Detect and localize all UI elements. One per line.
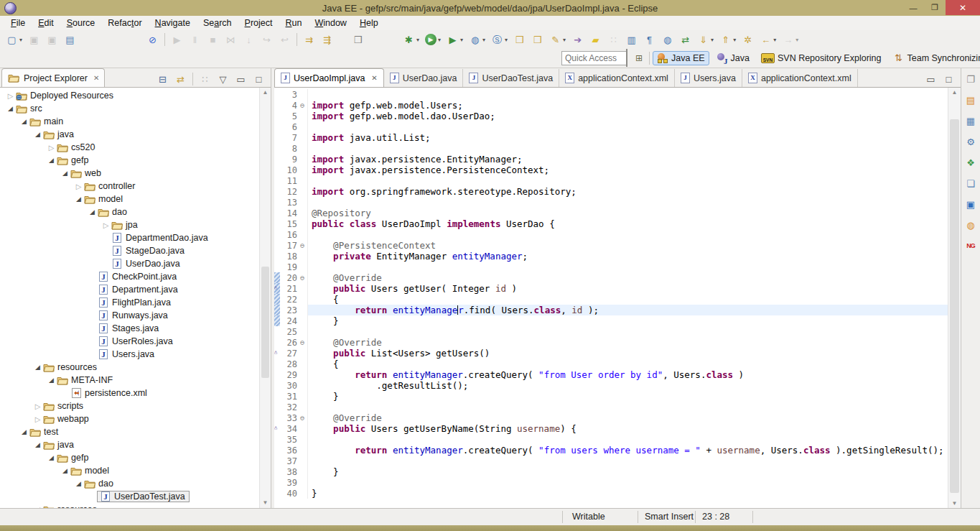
tree-item-cs520[interactable]: ▷cs520	[0, 141, 260, 154]
annotation-column[interactable]	[274, 477, 280, 488]
code-text[interactable]	[307, 143, 948, 154]
menu-edit[interactable]: Edit	[32, 17, 60, 29]
annotation-column[interactable]	[274, 466, 280, 477]
code-text[interactable]: .getResultList();	[307, 380, 948, 391]
code-text[interactable]: import java.util.List;	[307, 132, 948, 143]
editor-tab-applicationcontext-xml[interactable]: XapplicationContext.xml	[559, 69, 675, 87]
editor-tab-userdao-java[interactable]: JUserDao.java	[384, 69, 464, 87]
annotation-column[interactable]	[274, 412, 280, 423]
import-button[interactable]: ❒	[511, 32, 528, 47]
annotation-column[interactable]	[274, 143, 280, 154]
run-button[interactable]: ▶▾	[423, 32, 443, 47]
tree-item-scripts[interactable]: ▷scripts	[0, 400, 260, 412]
save-all-button[interactable]: ▣	[44, 32, 60, 47]
annotation-column[interactable]	[274, 89, 280, 100]
tree-item-test[interactable]: ◢test	[0, 425, 260, 438]
tree-item-java[interactable]: ◢java	[0, 128, 260, 141]
tree-item-webapp[interactable]: ▷webapp	[0, 412, 260, 425]
tree-item-meta-inf[interactable]: ◢META-INF	[0, 374, 260, 387]
tree-item-flightplan-java[interactable]: JFlightPlan.java	[0, 296, 260, 309]
perspective-team-synchronizing[interactable]: ⇅Team Synchronizing	[888, 51, 980, 65]
coverage-button[interactable]: ▶▾	[444, 32, 465, 47]
code-text[interactable]	[307, 229, 948, 240]
tree-item-src[interactable]: ◢src	[0, 102, 260, 115]
code-text[interactable]	[307, 197, 948, 208]
collapsed-arrow-icon[interactable]: ▷	[101, 221, 111, 229]
perspective-java[interactable]: JJava	[712, 51, 754, 65]
tree-item-java[interactable]: ◢java	[0, 438, 260, 451]
annotation-column[interactable]	[274, 121, 280, 132]
servers-view-icon[interactable]: ⚙	[963, 134, 978, 149]
code-text[interactable]: return entityManager.find( Users.class, …	[307, 305, 948, 315]
code-text[interactable]: return entityManager.createQuery( "from …	[307, 369, 948, 380]
fold-collapse-icon[interactable]: ⊖	[297, 414, 307, 422]
editor-tab-users-java[interactable]: JUsers.java	[675, 69, 742, 87]
code-text[interactable]	[307, 326, 948, 337]
code-text[interactable]: return entityManager.createQuery( "from …	[307, 445, 948, 456]
quick-diff-marker[interactable]	[274, 272, 280, 283]
new-wizard-button[interactable]: ▢▾	[4, 32, 24, 47]
editor-scrollbar[interactable]: ▲ ▼	[948, 88, 961, 508]
collapsed-arrow-icon[interactable]: ▷	[47, 144, 56, 152]
annotation-column[interactable]	[274, 380, 280, 391]
run-last-config-button[interactable]: ⇉	[301, 32, 317, 47]
code-text[interactable]: @Repository	[307, 208, 948, 218]
code-text[interactable]: public Users getUser( Integer id )	[307, 283, 948, 294]
fold-collapse-icon[interactable]: ⊖	[297, 101, 307, 109]
perspective-svn-repository-exploring[interactable]: SVNSVN Repository Exploring	[757, 52, 886, 65]
markers-view-icon[interactable]: ▤	[963, 93, 978, 107]
properties-view-icon[interactable]: ▦	[963, 114, 978, 128]
editor-tab-userdaotest-java[interactable]: JUserDaoTest.java	[463, 69, 559, 87]
dropdown-arrow-icon[interactable]: ▾	[19, 37, 22, 43]
tree-item-model[interactable]: ◢model	[0, 464, 260, 477]
annotation-column[interactable]	[274, 391, 280, 402]
editor-tab-applicationcontext-xml[interactable]: XapplicationContext.xml	[742, 69, 858, 87]
previous-annotation-button[interactable]: ⇑▾	[717, 32, 738, 47]
view-menu-button[interactable]: ▽	[215, 71, 231, 87]
code-text[interactable]	[307, 262, 948, 272]
code-text[interactable]: @PersistenceContext	[307, 240, 948, 251]
tree-item-stages-java[interactable]: JStages.java	[0, 322, 260, 335]
code-text[interactable]: }	[307, 488, 948, 499]
fold-collapse-icon[interactable]: ⊖	[297, 241, 307, 249]
code-text[interactable]	[307, 456, 948, 466]
minimize-view-button[interactable]: ▭	[233, 71, 249, 87]
debug-button[interactable]: ✱▾	[401, 32, 421, 47]
annotation-column[interactable]	[274, 445, 280, 456]
code-text[interactable]: {	[307, 359, 948, 369]
minimize-button[interactable]: —	[902, 0, 924, 15]
maximize-editor-button[interactable]: □	[941, 71, 957, 87]
tree-item-users-java[interactable]: JUsers.java	[0, 348, 260, 361]
expanded-arrow-icon[interactable]: ◢	[74, 480, 83, 487]
quick-diff-marker[interactable]	[274, 294, 280, 305]
project-tree[interactable]: ▷Deployed Resources◢src◢main◢java▷cs520◢…	[0, 89, 260, 508]
dropdown-arrow-icon[interactable]: ▾	[563, 37, 566, 43]
quick-diff-marker[interactable]	[274, 315, 280, 326]
annotation-column[interactable]	[274, 186, 280, 197]
next-annotation-button[interactable]: ⇓▾	[695, 32, 716, 47]
collapsed-arrow-icon[interactable]: ▷	[6, 92, 15, 100]
skip-breakpoints-button[interactable]: ⊘	[144, 32, 161, 47]
annotation-column[interactable]	[274, 197, 280, 208]
editor-scrollbar-thumb[interactable]	[950, 119, 959, 493]
expanded-arrow-icon[interactable]: ◢	[88, 208, 97, 216]
scroll-down-icon[interactable]: ▼	[260, 498, 271, 508]
step-return-button[interactable]: ↩	[276, 32, 293, 47]
close-view-icon[interactable]: ✕	[93, 74, 99, 82]
tree-item-jpa[interactable]: ▷jpa	[0, 218, 260, 231]
link-with-editor-button[interactable]: ⇄	[172, 71, 189, 87]
ng-view-icon[interactable]: NG	[963, 239, 978, 253]
tree-item-checkpoint-java[interactable]: JCheckPoint.java	[0, 270, 260, 283]
annotation-column[interactable]	[274, 100, 280, 111]
code-text[interactable]	[307, 434, 948, 445]
expanded-arrow-icon[interactable]: ◢	[47, 377, 56, 384]
tree-item-dao[interactable]: ◢dao	[0, 206, 260, 218]
expanded-arrow-icon[interactable]: ◢	[60, 170, 70, 177]
menu-project[interactable]: Project	[238, 17, 279, 29]
code-text[interactable]: private EntityManager entityManager;	[307, 251, 948, 262]
menu-source[interactable]: Source	[60, 17, 102, 29]
tree-item-gefp[interactable]: ◢gefp	[0, 451, 260, 464]
close-tab-icon[interactable]: ✕	[371, 74, 377, 82]
code-text[interactable]: }	[307, 315, 948, 326]
resume-button[interactable]: ▶	[169, 32, 185, 47]
